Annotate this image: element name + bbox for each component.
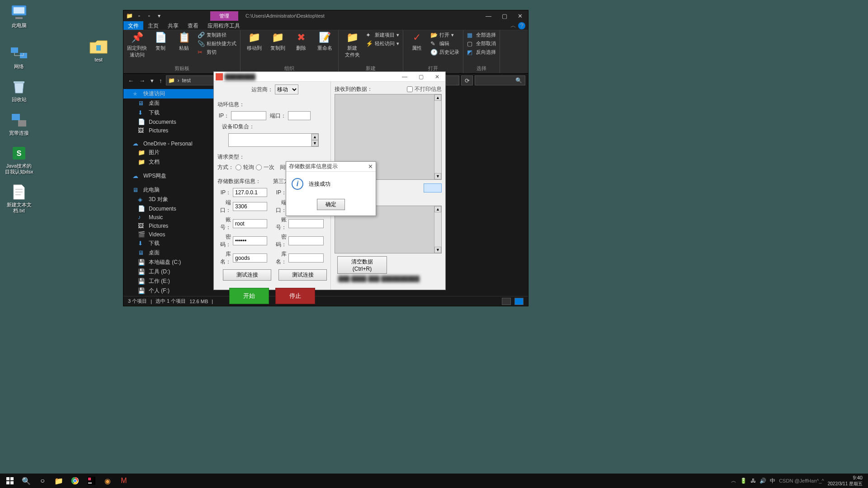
refresh-button[interactable]: ⟳ xyxy=(461,75,473,85)
db-port-input[interactable] xyxy=(233,202,267,211)
delete-button[interactable]: ✖删除 xyxy=(290,31,312,52)
tray-network-icon[interactable]: 🖧 xyxy=(750,478,756,484)
start-button[interactable] xyxy=(2,474,18,488)
tray-ime-icon[interactable]: 中 xyxy=(770,477,775,485)
view-details-button[interactable] xyxy=(502,298,511,305)
sidebar-item-disk-f[interactable]: 💾个人 (F:) xyxy=(123,286,214,296)
sidebar-item-downloads[interactable]: ⬇下载 xyxy=(123,108,214,117)
sidebar-item-documents[interactable]: 📄Documents xyxy=(123,117,214,126)
sidebar-item-desktop[interactable]: 🖥桌面 xyxy=(123,99,214,108)
minimize-button[interactable]: — xyxy=(481,10,496,21)
dropdown-icon[interactable]: ▾ xyxy=(155,12,163,20)
new-item-button[interactable]: ✦新建项目▾ xyxy=(365,31,400,39)
copy-path-button[interactable]: 🔗复制路径 xyxy=(197,31,237,39)
desktop-icon-test-folder[interactable]: test xyxy=(83,38,114,63)
db-password-input[interactable] xyxy=(233,236,267,245)
new-folder-button[interactable]: 📁新建 文件夹 xyxy=(341,31,363,58)
tp-dbname-input[interactable] xyxy=(288,253,324,263)
desktop-icon-broadband[interactable]: 宽带连接 xyxy=(4,111,34,136)
desktop-icon-this-pc[interactable]: 此电脑 xyxy=(4,4,34,28)
action-button[interactable] xyxy=(424,183,442,192)
quick-access-icon[interactable]: ▫ xyxy=(135,12,143,20)
desktop-icon-network[interactable]: 网络 xyxy=(4,45,34,70)
sidebar-item-desktop2[interactable]: 🖥桌面 xyxy=(123,248,214,258)
sidebar-item-3d[interactable]: ◈3D 对象 xyxy=(123,195,214,204)
tab-share[interactable]: 共享 xyxy=(163,21,183,30)
copy-to-button[interactable]: 📁复制到 xyxy=(267,31,288,52)
sidebar-item-disk-d[interactable]: 💾工具 (D:) xyxy=(123,267,214,277)
forward-button[interactable]: → xyxy=(137,76,147,85)
history-dropdown[interactable]: ▾ xyxy=(149,76,156,85)
quick-access-icon2[interactable]: ▫ xyxy=(145,12,153,20)
tray-volume-icon[interactable]: 🔊 xyxy=(760,478,766,484)
clear-data-button[interactable]: 清空数据 (Ctrl+R) xyxy=(337,256,387,274)
explorer-taskbar-button[interactable]: 📁 xyxy=(51,474,67,488)
tp-account-input[interactable] xyxy=(288,219,324,228)
history-button[interactable]: 🕐历史记录 xyxy=(429,48,460,56)
ring-port-input[interactable] xyxy=(288,111,311,120)
sidebar-item-pictures3[interactable]: 🖼Pictures xyxy=(123,221,214,230)
up-button[interactable]: ↑ xyxy=(157,76,164,85)
close-button[interactable]: ✕ xyxy=(429,72,445,82)
tab-home[interactable]: 主页 xyxy=(143,21,163,30)
close-icon[interactable]: ✕ xyxy=(368,163,373,170)
invert-selection-button[interactable]: ◩反向选择 xyxy=(466,48,497,56)
search-box[interactable]: 🔍 xyxy=(475,75,525,85)
sidebar-item-downloads2[interactable]: ⬇下载 xyxy=(123,239,214,248)
device-ids-textarea[interactable]: ▲▼ xyxy=(228,133,319,147)
sidebar-item-quick-access[interactable]: ★快速访问 xyxy=(123,89,214,99)
select-none-button[interactable]: ▢全部取消 xyxy=(466,40,497,47)
tray-battery-icon[interactable]: 🔋 xyxy=(740,478,747,484)
clock[interactable]: 9:40 2022/3/11 星期五 xyxy=(828,475,863,486)
sidebar-item-documents2[interactable]: 📄Documents xyxy=(123,204,214,213)
sidebar-item-disk-c[interactable]: 💾本地磁盘 (C:) xyxy=(123,258,214,267)
carrier-select[interactable]: 移动 xyxy=(275,84,298,94)
sidebar-item-pictures2[interactable]: 📁图片 xyxy=(123,148,214,157)
pin-quick-access-button[interactable]: 📌固定到快 速访问 xyxy=(126,31,148,58)
desktop-icon-excel[interactable]: S Java技术的 目我认知xlsx xyxy=(4,144,34,175)
db-account-input[interactable] xyxy=(233,219,267,228)
search-button[interactable]: 🔍 xyxy=(18,474,34,488)
rename-button[interactable]: 📝重命名 xyxy=(314,31,335,52)
start-button[interactable]: 开始 xyxy=(229,288,269,304)
easy-access-button[interactable]: ⚡轻松访问▾ xyxy=(365,40,400,47)
explorer-titlebar[interactable]: 📁 ▫ ▫ ▾ 管理 C:\Users\Administrator\Deskto… xyxy=(123,10,528,21)
edit-button[interactable]: ✎编辑 xyxy=(429,40,460,47)
tab-apptools[interactable]: 应用程序工具 xyxy=(203,21,245,30)
paste-button[interactable]: 📋粘贴 xyxy=(173,31,195,52)
tab-file[interactable]: 文件 xyxy=(123,21,143,30)
cortana-button[interactable]: ○ xyxy=(34,474,51,488)
paste-shortcut-button[interactable]: 📎粘贴快捷方式 xyxy=(197,40,237,47)
sidebar-item-wps[interactable]: ☁WPS网盘 xyxy=(123,171,214,181)
sidebar-item-onedrive[interactable]: ☁OneDrive - Personal xyxy=(123,139,214,148)
ring-ip-input[interactable] xyxy=(231,111,266,120)
close-button[interactable]: ✕ xyxy=(512,10,528,21)
tp-password-input[interactable] xyxy=(288,236,324,245)
manage-tab[interactable]: 管理 xyxy=(210,11,238,21)
radio-once[interactable] xyxy=(256,164,262,170)
db-ip-input[interactable] xyxy=(233,188,267,197)
test-conn-button-2[interactable]: 测试连接 xyxy=(278,269,327,281)
collapse-ribbon-icon[interactable]: ︿ xyxy=(510,22,516,30)
sidebar-item-this-pc[interactable]: 🖥此电脑 xyxy=(123,185,214,195)
msgbox-titlebar[interactable]: 存储数据库信息提示 ✕ xyxy=(286,162,376,172)
move-to-button[interactable]: 📁移动到 xyxy=(243,31,265,52)
desktop-icon-txt[interactable]: 新建文本文 档.txt xyxy=(4,183,34,214)
maximize-button[interactable]: ▢ xyxy=(496,10,512,21)
no-print-checkbox[interactable] xyxy=(407,86,413,92)
stop-button[interactable]: 停止 xyxy=(275,288,315,304)
help-icon[interactable]: ? xyxy=(518,22,525,29)
maximize-button[interactable]: ▢ xyxy=(413,72,429,82)
radio-poll[interactable] xyxy=(236,164,241,170)
app-titlebar[interactable]: ████████ — ▢ ✕ xyxy=(214,72,445,82)
back-button[interactable]: ← xyxy=(126,76,136,85)
chrome-taskbar-button[interactable] xyxy=(67,474,83,488)
properties-button[interactable]: ✓属性 xyxy=(406,31,428,52)
app2-taskbar-button[interactable]: M xyxy=(116,474,132,488)
open-button[interactable]: 📂打开▾ xyxy=(429,31,460,39)
db-name-input[interactable] xyxy=(233,253,267,263)
sidebar-item-disk-e[interactable]: 💾工作 (E:) xyxy=(123,277,214,286)
desktop-icon-recycle[interactable]: 回收站 xyxy=(4,78,34,103)
cut-button[interactable]: ✂剪切 xyxy=(197,48,237,56)
view-icons-button[interactable] xyxy=(514,298,524,305)
